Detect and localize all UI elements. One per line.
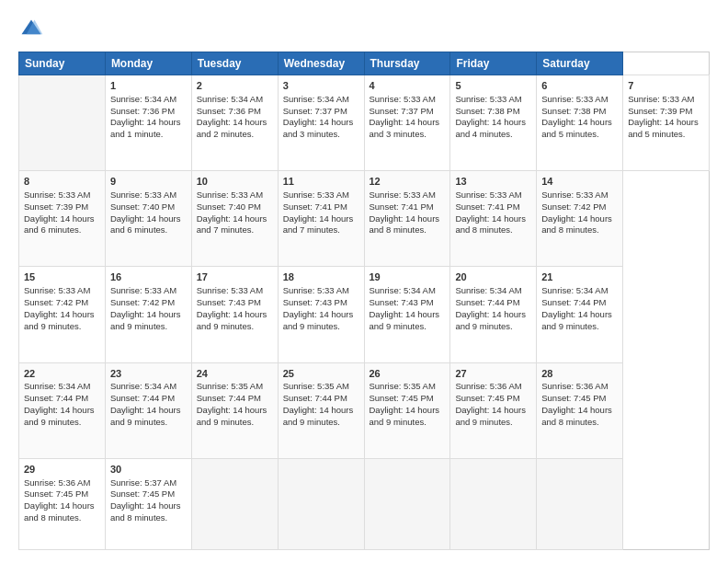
calendar-cell <box>364 458 450 549</box>
calendar-cell: 16Sunrise: 5:33 AMSunset: 7:42 PMDayligh… <box>105 267 191 362</box>
day-info: Sunrise: 5:34 AMSunset: 7:44 PMDaylight:… <box>24 381 95 426</box>
day-info: Sunrise: 5:34 AMSunset: 7:43 PMDaylight:… <box>370 285 440 330</box>
calendar-cell: 10Sunrise: 5:33 AMSunset: 7:40 PMDayligh… <box>191 171 278 267</box>
day-info: Sunrise: 5:33 AMSunset: 7:42 PMDaylight:… <box>110 285 181 330</box>
day-info: Sunrise: 5:34 AMSunset: 7:36 PMDaylight:… <box>197 94 267 139</box>
calendar-cell: 17Sunrise: 5:33 AMSunset: 7:43 PMDayligh… <box>191 267 278 362</box>
day-info: Sunrise: 5:33 AMSunset: 7:42 PMDaylight:… <box>541 190 612 235</box>
calendar-cell: 14Sunrise: 5:33 AMSunset: 7:42 PMDayligh… <box>537 171 623 267</box>
calendar-cell <box>19 75 106 171</box>
day-number: 10 <box>197 175 273 189</box>
calendar: SundayMondayTuesdayWednesdayThursdayFrid… <box>18 52 710 550</box>
calendar-header-row: SundayMondayTuesdayWednesdayThursdayFrid… <box>19 52 710 75</box>
day-number: 5 <box>455 79 531 93</box>
day-info: Sunrise: 5:33 AMSunset: 7:43 PMDaylight:… <box>197 285 267 330</box>
day-info: Sunrise: 5:33 AMSunset: 7:43 PMDaylight:… <box>283 285 354 330</box>
page: SundayMondayTuesdayWednesdayThursdayFrid… <box>0 0 728 563</box>
calendar-cell: 23Sunrise: 5:34 AMSunset: 7:44 PMDayligh… <box>105 362 191 458</box>
day-info: Sunrise: 5:33 AMSunset: 7:38 PMDaylight:… <box>541 94 612 139</box>
day-info: Sunrise: 5:34 AMSunset: 7:44 PMDaylight:… <box>541 285 612 330</box>
header <box>18 17 710 42</box>
week-row-4: 22Sunrise: 5:34 AMSunset: 7:44 PMDayligh… <box>19 362 710 458</box>
day-number: 27 <box>455 367 531 381</box>
calendar-cell: 6Sunrise: 5:33 AMSunset: 7:38 PMDaylight… <box>537 75 623 171</box>
day-number: 15 <box>24 270 100 284</box>
week-row-3: 15Sunrise: 5:33 AMSunset: 7:42 PMDayligh… <box>19 267 710 362</box>
calendar-cell: 29Sunrise: 5:36 AMSunset: 7:45 PMDayligh… <box>19 458 106 549</box>
day-number: 9 <box>110 175 187 189</box>
calendar-cell <box>537 458 623 549</box>
calendar-cell: 26Sunrise: 5:35 AMSunset: 7:45 PMDayligh… <box>364 362 450 458</box>
day-info: Sunrise: 5:33 AMSunset: 7:42 PMDaylight:… <box>24 285 95 330</box>
calendar-cell: 11Sunrise: 5:33 AMSunset: 7:41 PMDayligh… <box>278 171 364 267</box>
day-number: 24 <box>197 367 273 381</box>
calendar-cell: 5Sunrise: 5:33 AMSunset: 7:38 PMDaylight… <box>450 75 537 171</box>
day-number: 17 <box>197 270 273 284</box>
day-number: 12 <box>370 175 446 189</box>
day-header-thursday: Thursday <box>364 52 450 75</box>
day-header-saturday: Saturday <box>537 52 623 75</box>
day-number: 4 <box>370 79 446 93</box>
calendar-cell <box>191 458 278 549</box>
day-number: 11 <box>283 175 359 189</box>
day-header-wednesday: Wednesday <box>278 52 364 75</box>
day-number: 22 <box>24 367 100 381</box>
day-info: Sunrise: 5:33 AMSunset: 7:38 PMDaylight:… <box>455 94 526 139</box>
day-info: Sunrise: 5:36 AMSunset: 7:45 PMDaylight:… <box>541 381 612 426</box>
day-number: 16 <box>110 270 187 284</box>
day-info: Sunrise: 5:37 AMSunset: 7:45 PMDaylight:… <box>110 477 181 523</box>
day-number: 18 <box>283 270 359 284</box>
calendar-cell: 18Sunrise: 5:33 AMSunset: 7:43 PMDayligh… <box>278 267 364 362</box>
calendar-cell: 25Sunrise: 5:35 AMSunset: 7:44 PMDayligh… <box>278 362 364 458</box>
day-header-monday: Monday <box>105 52 191 75</box>
day-info: Sunrise: 5:34 AMSunset: 7:44 PMDaylight:… <box>110 381 181 426</box>
day-info: Sunrise: 5:34 AMSunset: 7:44 PMDaylight:… <box>455 285 526 330</box>
calendar-cell: 28Sunrise: 5:36 AMSunset: 7:45 PMDayligh… <box>537 362 623 458</box>
day-info: Sunrise: 5:33 AMSunset: 7:39 PMDaylight:… <box>24 190 95 235</box>
day-info: Sunrise: 5:33 AMSunset: 7:39 PMDaylight:… <box>628 94 699 139</box>
day-number: 13 <box>455 175 531 189</box>
day-info: Sunrise: 5:33 AMSunset: 7:40 PMDaylight:… <box>110 190 181 235</box>
day-number: 1 <box>110 79 187 93</box>
calendar-cell: 2Sunrise: 5:34 AMSunset: 7:36 PMDaylight… <box>191 75 278 171</box>
calendar-cell: 22Sunrise: 5:34 AMSunset: 7:44 PMDayligh… <box>19 362 106 458</box>
day-header-friday: Friday <box>450 52 537 75</box>
day-info: Sunrise: 5:33 AMSunset: 7:37 PMDaylight:… <box>370 94 440 139</box>
logo-icon <box>18 17 44 42</box>
day-info: Sunrise: 5:34 AMSunset: 7:36 PMDaylight:… <box>110 94 181 139</box>
day-number: 8 <box>24 175 100 189</box>
day-info: Sunrise: 5:35 AMSunset: 7:44 PMDaylight:… <box>283 381 354 426</box>
day-header-tuesday: Tuesday <box>191 52 278 75</box>
calendar-cell: 8Sunrise: 5:33 AMSunset: 7:39 PMDaylight… <box>19 171 106 267</box>
calendar-cell <box>450 458 537 549</box>
calendar-cell: 12Sunrise: 5:33 AMSunset: 7:41 PMDayligh… <box>364 171 450 267</box>
day-info: Sunrise: 5:35 AMSunset: 7:45 PMDaylight:… <box>370 381 440 426</box>
calendar-cell: 20Sunrise: 5:34 AMSunset: 7:44 PMDayligh… <box>450 267 537 362</box>
day-number: 3 <box>283 79 359 93</box>
calendar-cell: 3Sunrise: 5:34 AMSunset: 7:37 PMDaylight… <box>278 75 364 171</box>
day-number: 21 <box>541 270 618 284</box>
week-row-1: 1Sunrise: 5:34 AMSunset: 7:36 PMDaylight… <box>19 75 710 171</box>
day-number: 14 <box>541 175 618 189</box>
day-info: Sunrise: 5:33 AMSunset: 7:40 PMDaylight:… <box>197 190 267 235</box>
calendar-cell <box>278 458 364 549</box>
day-info: Sunrise: 5:35 AMSunset: 7:44 PMDaylight:… <box>197 381 267 426</box>
calendar-cell: 24Sunrise: 5:35 AMSunset: 7:44 PMDayligh… <box>191 362 278 458</box>
day-info: Sunrise: 5:33 AMSunset: 7:41 PMDaylight:… <box>455 190 526 235</box>
calendar-cell: 4Sunrise: 5:33 AMSunset: 7:37 PMDaylight… <box>364 75 450 171</box>
calendar-cell: 9Sunrise: 5:33 AMSunset: 7:40 PMDaylight… <box>105 171 191 267</box>
day-number: 30 <box>110 463 187 477</box>
calendar-cell: 7Sunrise: 5:33 AMSunset: 7:39 PMDaylight… <box>623 75 710 171</box>
calendar-cell: 30Sunrise: 5:37 AMSunset: 7:45 PMDayligh… <box>105 458 191 549</box>
day-header-sunday: Sunday <box>19 52 106 75</box>
day-number: 25 <box>283 367 359 381</box>
day-info: Sunrise: 5:34 AMSunset: 7:37 PMDaylight:… <box>283 94 354 139</box>
day-info: Sunrise: 5:33 AMSunset: 7:41 PMDaylight:… <box>283 190 354 235</box>
calendar-cell: 27Sunrise: 5:36 AMSunset: 7:45 PMDayligh… <box>450 362 537 458</box>
day-info: Sunrise: 5:36 AMSunset: 7:45 PMDaylight:… <box>455 381 526 426</box>
week-row-2: 8Sunrise: 5:33 AMSunset: 7:39 PMDaylight… <box>19 171 710 267</box>
day-number: 7 <box>628 79 704 93</box>
day-number: 28 <box>541 367 618 381</box>
calendar-cell: 15Sunrise: 5:33 AMSunset: 7:42 PMDayligh… <box>19 267 106 362</box>
day-number: 23 <box>110 367 187 381</box>
